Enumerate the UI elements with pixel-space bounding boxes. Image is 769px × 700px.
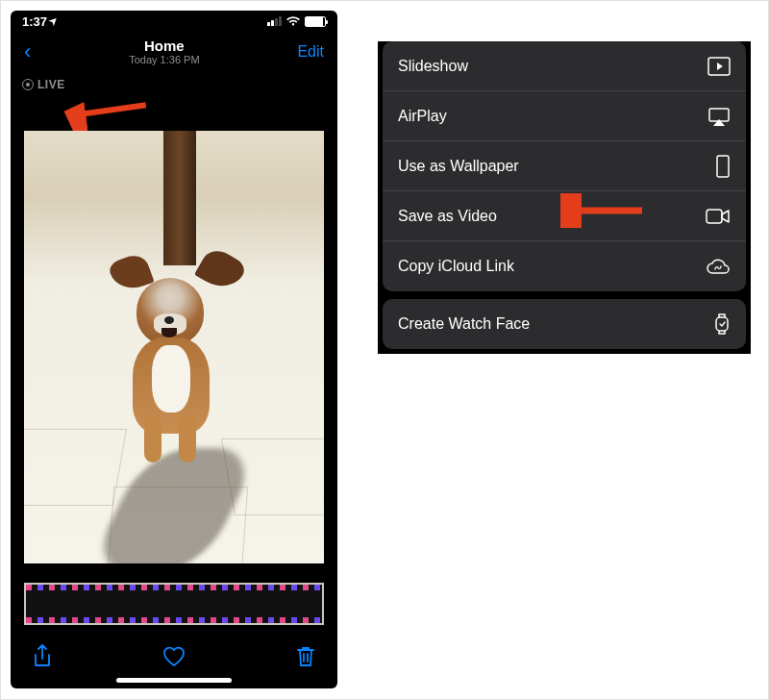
menu-label: Create Watch Face [398,315,530,333]
svg-line-1 [74,86,146,134]
battery-icon [305,16,326,27]
nav-bar: ‹ Home Today 1:36 PM Edit [11,32,337,72]
menu-label: Use as Wallpaper [398,158,519,175]
video-icon [706,208,731,225]
svg-rect-7 [707,210,722,223]
svg-marker-3 [717,62,723,70]
home-indicator[interactable] [116,678,232,683]
menu-label: Save as Video [398,208,497,225]
live-photo-content[interactable] [24,131,324,563]
trash-icon[interactable] [295,644,316,667]
airplay-icon [707,107,731,126]
svg-rect-6 [717,156,729,177]
live-dot-icon [22,79,34,90]
wifi-icon [285,15,301,27]
slideshow-icon [707,57,731,76]
phone-screenshot: 1:37 ➤ ‹ Home Today 1:36 PM Edit LIVE [11,11,337,688]
annotation-arrow-save-video [560,193,647,228]
menu-item-copy-icloud-link[interactable]: Copy iCloud Link [383,241,746,291]
wallpaper-icon [715,155,731,178]
menu-label: Slideshow [398,58,468,75]
menu-item-airplay[interactable]: AirPlay [383,91,746,141]
status-time: 1:37 [22,14,47,29]
icloud-icon [706,258,731,275]
location-arrow-icon: ➤ [47,14,60,27]
watch-icon [713,312,731,336]
photo-scrubber[interactable] [24,583,324,625]
share-sheet-menu: Slideshow AirPlay Use as Wallpaper Save … [378,41,751,354]
status-bar: 1:37 ➤ [11,11,337,32]
menu-label: AirPlay [398,108,447,125]
nav-subtitle: Today 1:36 PM [31,54,297,65]
menu-item-wallpaper[interactable]: Use as Wallpaper [383,141,746,191]
cellular-signal-icon [267,16,282,26]
edit-button[interactable]: Edit [297,43,324,61]
svg-rect-8 [716,317,728,331]
live-label: LIVE [37,78,65,91]
share-icon[interactable] [32,644,53,669]
menu-item-slideshow[interactable]: Slideshow [383,41,746,91]
svg-marker-5 [713,119,725,126]
back-button[interactable]: ‹ [24,39,31,64]
menu-item-create-watch-face[interactable]: Create Watch Face [383,299,746,349]
bottom-toolbar [11,644,337,669]
nav-title: Home [31,38,297,55]
live-badge: LIVE [22,78,65,91]
menu-label: Copy iCloud Link [398,258,514,275]
heart-icon[interactable] [161,644,186,667]
